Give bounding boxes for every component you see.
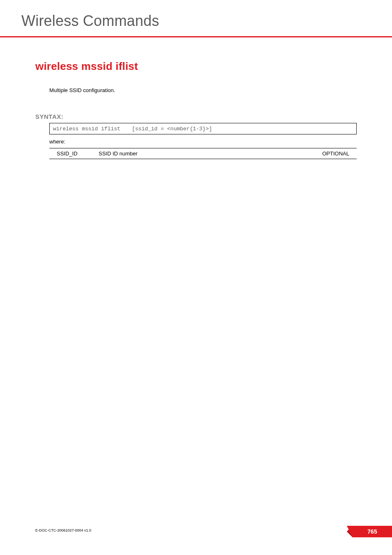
param-table: SSID_ID SSID ID number OPTIONAL — [49, 148, 357, 159]
syntax-command: wireless mssid iflist — [53, 126, 132, 132]
page-number-badge: 765 — [353, 526, 392, 537]
where-label: where: — [49, 139, 65, 145]
param-required: OPTIONAL — [311, 150, 357, 157]
syntax-argument: [ssid_id = <number{1-3}>] — [132, 126, 212, 132]
badge-bevel — [347, 526, 353, 537]
section-title: Wireless Commands — [21, 12, 159, 30]
footer-doc-ref: E-DOC-CTC-20061027-0004 v1.0 — [35, 528, 91, 532]
syntax-heading: SYNTAX: — [35, 113, 63, 120]
header-divider — [0, 36, 392, 37]
command-description: Multiple SSID configuration. — [49, 87, 115, 93]
param-name: SSID_ID — [49, 150, 99, 157]
table-row: SSID_ID SSID ID number OPTIONAL — [49, 148, 357, 159]
command-title: wireless mssid iflist — [35, 60, 138, 73]
syntax-box: wireless mssid iflist [ssid_id = <number… — [49, 123, 357, 134]
page-number: 765 — [367, 528, 377, 535]
table-rule-bottom — [49, 159, 357, 159]
param-desc: SSID ID number — [99, 150, 311, 157]
